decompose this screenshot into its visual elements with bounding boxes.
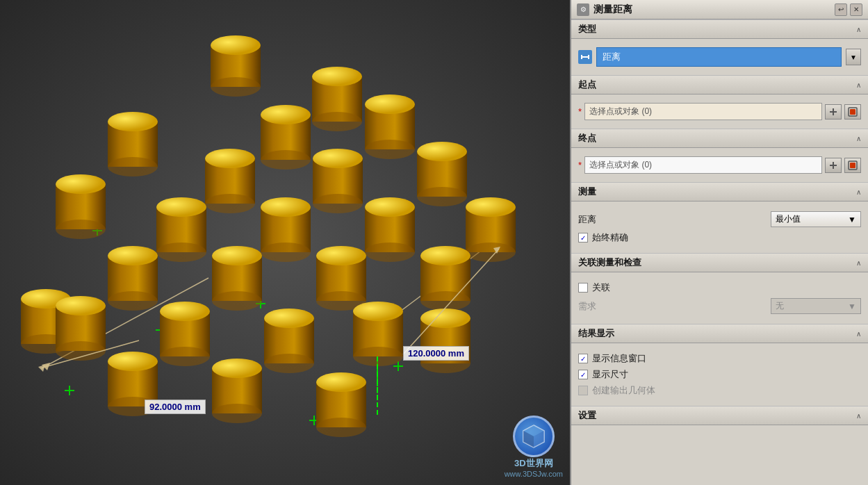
section-end-content: * 选择点或对象 (0)	[571, 148, 868, 182]
section-settings-header[interactable]: 设置 ∧	[571, 406, 868, 425]
cylinder	[212, 359, 262, 423]
cylinder	[353, 302, 403, 366]
type-dropdown-arrow[interactable]: ▼	[846, 49, 861, 65]
section-association-content: 关联 需求 无 ▼	[571, 272, 868, 324]
end-input[interactable]: 选择点或对象 (0)	[584, 156, 822, 174]
svg-point-35	[211, 35, 261, 55]
svg-rect-49	[205, 158, 255, 204]
section-start-title: 起点	[578, 79, 596, 91]
svg-point-87	[21, 334, 71, 354]
svg-rect-61	[156, 207, 206, 252]
svg-rect-125	[833, 108, 834, 115]
svg-rect-103	[212, 368, 262, 413]
section-association-title: 关联测量和检查	[578, 256, 641, 269]
cylinder	[365, 94, 415, 159]
svg-point-105	[212, 404, 262, 423]
section-end-collapse-icon: ∧	[856, 135, 861, 142]
section-association-header[interactable]: 关联测量和检查 ∧	[571, 253, 868, 272]
section-measure-title: 测量	[578, 186, 596, 198]
end-select-btn[interactable]	[844, 158, 861, 173]
svg-point-60	[56, 220, 106, 239]
svg-point-89	[56, 296, 106, 315]
svg-rect-97	[264, 318, 314, 363]
svg-point-47	[108, 112, 158, 131]
svg-point-74	[108, 246, 158, 265]
section-type-title: 类型	[578, 23, 596, 35]
cylinder	[261, 197, 311, 262]
section-association-collapse-icon: ∧	[856, 259, 861, 267]
show-info-checkbox[interactable]	[578, 354, 588, 363]
section-start-header[interactable]: 起点 ∧	[571, 75, 868, 94]
svg-line-114	[403, 249, 499, 354]
start-add-btn[interactable]	[825, 104, 842, 120]
svg-point-96	[353, 347, 403, 366]
start-input[interactable]: 选择点或对象 (0)	[584, 103, 822, 120]
section-settings-title: 设置	[578, 409, 596, 422]
svg-marker-115	[493, 247, 500, 254]
cylinder	[466, 197, 516, 262]
svg-rect-85	[21, 299, 71, 344]
cylinder	[417, 142, 467, 206]
section-start-collapse-icon: ∧	[856, 81, 861, 89]
cylinder	[261, 105, 311, 170]
cylinder	[160, 302, 210, 366]
type-dropdown-value[interactable]: 距离	[596, 47, 842, 67]
panel-close-button[interactable]: ✕	[850, 3, 862, 16]
svg-line-1	[42, 278, 208, 368]
svg-point-51	[205, 194, 255, 213]
cylinder	[156, 197, 206, 262]
always-exact-checkbox[interactable]	[578, 233, 588, 243]
svg-rect-40	[261, 115, 311, 160]
show-dim-checkbox[interactable]	[578, 370, 588, 379]
cylinder	[316, 246, 366, 311]
create-geo-label: 创建输出几何体	[592, 384, 655, 397]
start-select-btn[interactable]	[844, 104, 861, 120]
show-dim-label: 显示尺寸	[592, 368, 628, 381]
panel-titlebar: ⚙ 测量距离 ↩ ✕	[571, 0, 868, 19]
always-exact-label: 始终精确	[592, 231, 628, 244]
svg-point-69	[365, 243, 415, 262]
show-info-row: 显示信息窗口	[578, 352, 861, 365]
type-icon	[578, 50, 592, 64]
section-result-content: 显示信息窗口 显示尺寸 创建输出几何体	[571, 343, 868, 406]
always-exact-row: 始终精确	[578, 231, 861, 244]
section-type-header[interactable]: 类型 ∧	[571, 19, 868, 39]
requirement-label: 需求	[578, 300, 634, 313]
cylinder	[56, 174, 106, 239]
cylinder	[212, 246, 262, 311]
svg-rect-131	[850, 163, 855, 168]
create-geo-row: 创建输出几何体	[578, 384, 861, 397]
section-measure-header[interactable]: 测量 ∧	[571, 182, 868, 202]
svg-point-92	[160, 302, 210, 321]
associate-checkbox[interactable]	[578, 283, 588, 293]
panel-title: 测量距离	[593, 3, 830, 16]
svg-point-90	[56, 341, 106, 361]
svg-rect-43	[365, 104, 415, 149]
svg-rect-129	[833, 162, 834, 169]
svg-rect-76	[212, 256, 262, 301]
svg-point-50	[205, 149, 255, 168]
end-add-btn[interactable]	[825, 158, 842, 173]
show-dim-row: 显示尺寸	[578, 368, 861, 381]
start-input-row: * 选择点或对象 (0)	[578, 103, 861, 120]
section-result-header[interactable]: 结果显示 ∧	[571, 324, 868, 343]
svg-point-45	[365, 140, 415, 159]
distance-dropdown[interactable]: 最小值 ▼	[771, 211, 861, 227]
svg-point-68	[365, 197, 415, 217]
svg-point-98	[264, 309, 314, 328]
end-required-star: *	[578, 160, 582, 170]
cylinder	[108, 246, 158, 311]
svg-rect-46	[108, 122, 158, 167]
section-end-header[interactable]: 终点 ∧	[571, 129, 868, 148]
cylinder	[108, 112, 158, 176]
svg-point-36	[211, 77, 261, 97]
svg-point-59	[56, 174, 106, 194]
svg-point-83	[420, 246, 470, 265]
svg-point-71	[466, 197, 516, 217]
svg-point-101	[108, 352, 158, 371]
cylinder	[316, 372, 366, 437]
svg-rect-88	[56, 306, 106, 351]
viewport-3d[interactable]: 92.0000 mm 120.0000 mm 3D世界网 www.3DSJw.c…	[0, 0, 570, 485]
panel-minimize-button[interactable]: ↩	[835, 3, 847, 16]
svg-point-80	[316, 246, 366, 265]
